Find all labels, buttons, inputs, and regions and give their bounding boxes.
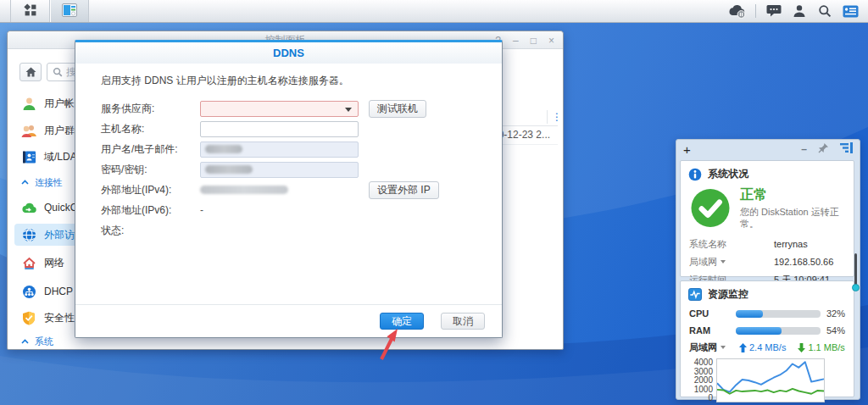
- ram-bar: [736, 327, 821, 335]
- row-label: 系统名称: [689, 238, 726, 251]
- lan-row: 局域网 2.4 MB/s 1.1 MB/s: [681, 339, 854, 356]
- download-value: 1.1 MB/s: [808, 342, 844, 352]
- sidebar-section-system[interactable]: 系统: [21, 335, 53, 348]
- redacted-password: [205, 165, 253, 174]
- status-ok-icon: [691, 188, 730, 228]
- minimize-panel-button[interactable]: –: [801, 143, 807, 155]
- row-value: terrynas: [774, 239, 808, 249]
- hostname-input[interactable]: [200, 121, 359, 137]
- username-input[interactable]: [200, 141, 359, 158]
- system-health-title: 系统状况: [708, 167, 748, 181]
- provider-row: 服务供应商: 测试联机: [101, 100, 502, 117]
- status-row: 状态:: [101, 222, 502, 239]
- control-panel-task-button[interactable]: [50, 0, 89, 22]
- chevron-up-icon: [21, 180, 29, 185]
- set-external-ip-button[interactable]: 设置外部 IP: [369, 181, 439, 199]
- widget-panel-header: + –: [676, 140, 860, 158]
- status-label: 状态:: [101, 224, 200, 238]
- status-value: 正常: [740, 186, 846, 204]
- resource-monitor-icon: [688, 288, 702, 301]
- chevron-down-icon: [721, 346, 726, 349]
- panel-layout-icon[interactable]: [840, 142, 853, 156]
- cancel-button[interactable]: 取消: [441, 313, 485, 330]
- widget-panel-scrollbar[interactable]: [853, 253, 859, 297]
- chevron-down-icon: [345, 108, 352, 112]
- cpu-bar: [736, 310, 821, 318]
- ipv6-label: 外部地址(IPv6):: [101, 203, 200, 218]
- provider-select[interactable]: [200, 101, 359, 117]
- user-group-icon: [21, 123, 36, 138]
- widget-panel-tools: –: [801, 142, 853, 156]
- upload-arrow-icon: [739, 343, 747, 352]
- resource-monitor-title: 资源监控: [708, 287, 748, 302]
- ok-button[interactable]: 确定: [380, 313, 424, 330]
- dialog-header[interactable]: DDNS: [75, 42, 502, 64]
- system-health-title-row[interactable]: 系统状况: [681, 161, 854, 185]
- ipv6-value: -: [200, 204, 203, 216]
- username-row: 用户名/电子邮件:: [101, 141, 502, 158]
- upload-value: 2.4 MB/s: [749, 342, 786, 352]
- notifications-icon[interactable]: [763, 2, 785, 20]
- widgets-icon[interactable]: [839, 2, 861, 20]
- column-menu-icon[interactable]: ⋮: [552, 111, 562, 123]
- sidebar-item-label: 安全性: [44, 311, 75, 325]
- username-label: 用户名/电子邮件:: [101, 142, 200, 157]
- quickconnect-icon: [21, 200, 36, 215]
- cloud-sync-paused-icon[interactable]: [726, 2, 748, 20]
- dialog-description: 启用支持 DDNS 让用户以注册的主机名称连接服务器。: [101, 74, 502, 88]
- test-connection-button[interactable]: 测试联机: [369, 100, 426, 118]
- network-chart-block: 40003000200010000: [681, 356, 854, 402]
- home-icon: [25, 67, 36, 77]
- tray-divider: [755, 4, 756, 18]
- ddns-dialog: DDNS 启用支持 DDNS 让用户以注册的主机名称连接服务器。 服务供应商: …: [75, 40, 503, 338]
- main-menu-button[interactable]: [11, 0, 50, 22]
- lan-label[interactable]: 局域网: [689, 341, 736, 354]
- home-button[interactable]: [19, 63, 42, 81]
- ram-label: RAM: [689, 325, 736, 336]
- domain-ldap-icon: [21, 149, 36, 164]
- password-input[interactable]: [200, 162, 359, 178]
- dhcp-server-icon: [21, 284, 36, 299]
- network-chart: [716, 358, 825, 402]
- password-row: 密码/密钥:: [101, 161, 502, 178]
- ram-bar-fill: [736, 327, 782, 335]
- minimize-button[interactable]: –: [513, 35, 519, 47]
- status-description: 您的 DiskStation 运转正常。: [740, 207, 846, 230]
- widget-panel: + – 系统状况 正常 您的 DiskStation 运转正常。: [676, 139, 860, 400]
- show-desktop-button[interactable]: [0, 0, 11, 22]
- ipv4-label: 外部地址(IPv4):: [101, 183, 200, 197]
- close-button[interactable]: ×: [548, 35, 554, 47]
- taskbar: [0, 0, 868, 23]
- redacted-ipv4: [200, 186, 288, 194]
- user-options-icon[interactable]: [788, 2, 810, 20]
- dialog-title: DDNS: [273, 47, 304, 59]
- row-value: 192.168.50.66: [774, 257, 833, 267]
- add-widget-button[interactable]: +: [683, 142, 691, 157]
- sidebar-section-connectivity[interactable]: 连接性: [21, 175, 63, 189]
- resource-monitor-widget: 资源监控 CPU 32% RAM 54% 局域网 2.4 MB/s 1.1 MB…: [680, 280, 854, 397]
- taskbar-tray: [726, 0, 868, 22]
- ram-row: RAM 54%: [681, 322, 854, 339]
- search-icon[interactable]: [814, 2, 836, 20]
- dialog-footer: 确定 取消: [380, 313, 485, 330]
- chevron-down-icon[interactable]: [721, 260, 726, 264]
- main-menu-icon: [24, 3, 37, 19]
- chevron-up-icon: [21, 339, 29, 344]
- scrollbar-knob[interactable]: [852, 284, 860, 291]
- pin-icon[interactable]: [818, 142, 829, 156]
- maximize-button[interactable]: □: [531, 35, 537, 47]
- system-health-widget: 系统状况 正常 您的 DiskStation 运转正常。 系统名称 terryn…: [680, 160, 854, 277]
- cpu-row: CPU 32%: [681, 305, 854, 322]
- health-row-system-name: 系统名称 terrynas: [681, 236, 854, 253]
- health-row-lan: 局域网 192.168.50.66: [681, 253, 854, 271]
- resource-monitor-title-row[interactable]: 资源监控: [681, 281, 854, 305]
- ipv4-value: [200, 186, 359, 194]
- chart-yticks: 40003000200010000: [689, 358, 716, 402]
- shield-icon: [21, 310, 36, 325]
- ipv4-row: 外部地址(IPv4): 设置外部 IP: [101, 181, 502, 198]
- password-label: 密码/密钥:: [101, 163, 200, 177]
- status-text-block: 正常 您的 DiskStation 运转正常。: [740, 186, 846, 230]
- network-icon: [21, 255, 36, 270]
- row-label: 局域网: [689, 256, 717, 269]
- ram-percent: 54%: [826, 325, 845, 336]
